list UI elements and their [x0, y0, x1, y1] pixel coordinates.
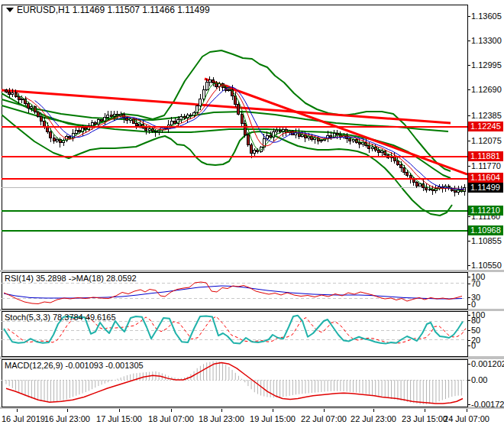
- time-axis-label: 16 Jul 2019: [2, 414, 45, 423]
- price-axis-label: 1.13300: [471, 37, 502, 45]
- time-axis-label: 19 Jul 15:00: [250, 414, 296, 423]
- price-axis-label: 1.10855: [471, 237, 502, 245]
- price-axis-label: 1.12385: [471, 112, 502, 120]
- symbol-dropdown-icon[interactable]: [6, 8, 14, 12]
- chart-title: EURUSD,H1 1.11469 1.11507 1.11466 1.1149…: [17, 5, 210, 15]
- rsi-indicator-label: RSI(14) 35.2898 ->MA(18) 28.0592: [5, 274, 137, 283]
- price-axis-label: 1.12075: [471, 137, 502, 145]
- stoch-axis-label: 50: [471, 326, 480, 335]
- mt4-chart-window: EURUSD,H1 1.11469 1.11507 1.11466 1.1149…: [0, 0, 504, 428]
- price-axis-label: 1.11770: [471, 162, 501, 170]
- macd-axis-label: -0.001726: [471, 400, 504, 409]
- stoch-axis-label: 0: [471, 342, 476, 350]
- main-plot-area[interactable]: [2, 5, 467, 270]
- macd-axis-label: 0.001202: [471, 360, 504, 368]
- price-badge-1.10968: 1.10968: [468, 225, 503, 235]
- price-badge-1.11881: 1.11881: [468, 151, 503, 161]
- price-axis-label: 1.13605: [471, 12, 502, 21]
- price-badge-1.11604: 1.11604: [468, 173, 503, 183]
- panel-divider-3[interactable]: [0, 356, 504, 359]
- time-axis-label: 23 Jul 15:00: [402, 414, 447, 423]
- time-axis-label: 16 Jul 23:00: [44, 414, 90, 423]
- time-axis-label: 22 Jul 23:00: [351, 414, 396, 423]
- time-axis-label: 18 Jul 07:00: [148, 414, 194, 423]
- macd-axis-label: 0.00: [471, 376, 487, 384]
- rsi-axis-label: 0: [471, 300, 476, 309]
- rsi-axis-label: 70: [471, 280, 480, 288]
- macd-indicator-label: MACD(12,26,9) -0.001093 -0.001305: [5, 361, 144, 370]
- price-axis-label: 1.12995: [471, 61, 502, 70]
- price-badge-1.12245: 1.12245: [468, 122, 503, 131]
- time-axis-label: 18 Jul 23:00: [199, 414, 244, 423]
- time-axis-label: 17 Jul 15:00: [96, 414, 142, 423]
- price-badge-1.11499: 1.11499: [468, 183, 503, 193]
- time-axis-label: 24 Jul 07:00: [444, 414, 489, 423]
- stoch-indicator-label: Stoch(5,3,3) 78.3784 49.6165: [5, 313, 116, 322]
- time-axis-label: 22 Jul 07:00: [301, 414, 347, 423]
- price-axis-label: 1.10550: [471, 261, 502, 270]
- stoch-axis-label: 80: [471, 316, 480, 325]
- price-badge-1.11210: 1.11210: [468, 206, 503, 216]
- price-axis-label: 1.12690: [471, 86, 502, 94]
